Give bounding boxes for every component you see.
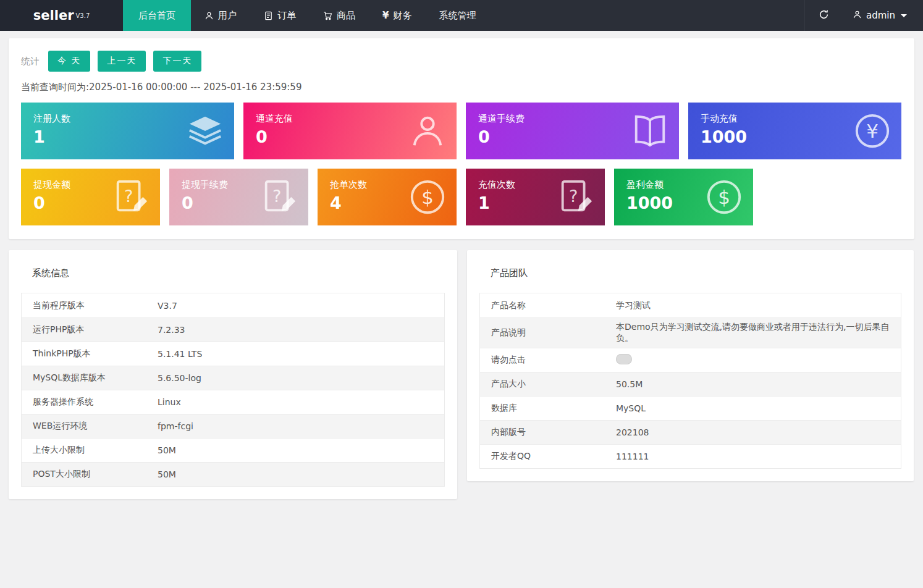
bottom-panels: 系统信息 当前程序版本 V3.7 运行PHP版本 7.2.33 ThinkPHP…: [9, 250, 914, 499]
nav-item-home[interactable]: 后台首页: [123, 0, 191, 31]
username: admin: [866, 10, 895, 21]
info-value: V3.7: [158, 301, 437, 311]
stat-card-profit-amount: 盈利金额 1000 $: [614, 169, 753, 225]
brand-version: V3.7: [76, 12, 90, 19]
nav-item-system[interactable]: 系统管理: [425, 0, 489, 31]
svg-text:?: ?: [124, 187, 133, 206]
yen-icon: ¥: [382, 10, 389, 21]
info-label: 产品名称: [491, 300, 616, 311]
svg-text:$: $: [421, 186, 434, 208]
table-row: MySQL数据库版本 5.6.50-log: [22, 366, 444, 390]
refresh-button[interactable]: [804, 0, 843, 31]
dollar-circle-icon: $: [408, 178, 447, 216]
table-row: 内部版号 202108: [480, 420, 901, 444]
info-value: 7.2.33: [158, 325, 437, 335]
nav-item-label: 商品: [337, 10, 355, 22]
stat-card-channel-fee: 通道手续费 0: [466, 103, 679, 159]
info-value: 111111: [616, 452, 893, 461]
main-nav: 后台首页 用户 订单 商品 ¥ 财务 系统管理: [123, 0, 489, 31]
nav-item-finance[interactable]: ¥ 财务: [369, 0, 425, 31]
nav-item-label: 财务: [393, 10, 411, 22]
stat-card-manual-recharge: 手动充值 1000 ¥: [688, 103, 901, 159]
info-label: 数据库: [491, 403, 616, 414]
doc-question-icon: ?: [557, 178, 595, 216]
svg-text:?: ?: [569, 187, 578, 206]
stat-cards-row-1: 注册人数 1 通道充值 0 通道手续费 0 手动充值 1000 ¥: [21, 103, 902, 159]
svg-text:?: ?: [272, 187, 281, 206]
info-label: 开发者QQ: [491, 451, 616, 462]
table-row: WEB运行环境 fpm-fcgi: [22, 414, 444, 438]
info-label: 当前程序版本: [33, 300, 158, 311]
table-row: 请勿点击: [480, 348, 901, 372]
chevron-down-icon: [901, 14, 907, 17]
info-value: 202108: [616, 427, 893, 437]
stat-card-grab-orders: 抢单次数 4 $: [318, 169, 457, 225]
stats-header: 统计 今 天 上一天 下一天: [21, 51, 902, 72]
svg-text:¥: ¥: [866, 120, 879, 142]
info-value: 50.5M: [616, 379, 893, 389]
system-info-panel: 系统信息 当前程序版本 V3.7 运行PHP版本 7.2.33 ThinkPHP…: [9, 250, 457, 499]
nav-item-label: 订单: [277, 10, 296, 22]
table-row: ThinkPHP版本 5.1.41 LTS: [22, 342, 444, 366]
info-label: 产品说明: [491, 327, 616, 338]
stats-panel: 统计 今 天 上一天 下一天 当前查询时间为:2025-01-16 00:00:…: [9, 38, 914, 239]
stat-card-withdraw-amount: 提现金额 0 ?: [21, 169, 160, 225]
nav-item-label: 用户: [218, 10, 237, 22]
nav-item-label: 后台首页: [138, 10, 175, 22]
layers-icon: [186, 112, 224, 150]
nav-item-users[interactable]: 用户: [191, 0, 250, 31]
info-value: 5.6.50-log: [158, 373, 437, 383]
system-info-table: 当前程序版本 V3.7 运行PHP版本 7.2.33 ThinkPHP版本 5.…: [21, 293, 445, 487]
info-label: WEB运行环境: [33, 421, 158, 432]
nav-item-goods[interactable]: 商品: [310, 0, 369, 31]
nav-spacer: [489, 0, 804, 31]
table-row: 运行PHP版本 7.2.33: [22, 317, 444, 342]
info-value: 本Demo只为学习测试交流,请勿要做商业或者用于违法行为,一切后果自负。: [616, 322, 893, 344]
table-row: 开发者QQ 111111: [480, 444, 901, 468]
info-value: 50M: [158, 469, 437, 479]
system-info-title: 系统信息: [32, 267, 445, 279]
refresh-icon: [819, 9, 829, 22]
nav-right-controls: admin: [804, 0, 923, 31]
stat-card-recharge-count: 充值次数 1 ?: [466, 169, 605, 225]
info-label: 运行PHP版本: [33, 324, 158, 335]
order-icon: [264, 11, 273, 20]
table-row: 当前程序版本 V3.7: [22, 293, 444, 317]
info-label: 内部版号: [491, 427, 616, 438]
person-icon: [853, 10, 862, 22]
info-value: [616, 354, 893, 366]
table-row: 产品大小 50.5M: [480, 372, 901, 396]
brand-logo[interactable]: seller V3.7: [0, 0, 123, 31]
table-row: 产品说明 本Demo只为学习测试交流,请勿要做商业或者用于违法行为,一切后果自负…: [480, 317, 901, 348]
table-row: POST大小限制 50M: [22, 462, 444, 486]
stat-card-channel-recharge: 通道充值 0: [243, 103, 457, 159]
do-not-click-badge[interactable]: [616, 354, 632, 364]
info-value: 5.1.41 LTS: [158, 349, 437, 359]
info-value: 学习测试: [616, 300, 893, 311]
top-navbar: seller V3.7 后台首页 用户 订单 商品 ¥ 财务 系统管理: [0, 0, 923, 31]
yen-circle-icon: ¥: [853, 112, 891, 150]
info-value: fpm-fcgi: [158, 421, 437, 431]
person-icon: [408, 112, 447, 150]
info-label: MySQL数据库版本: [33, 372, 158, 384]
table-row: 数据库 MySQL: [480, 396, 901, 420]
info-label: POST大小限制: [33, 469, 158, 480]
info-value: Linux: [158, 397, 437, 407]
next-day-button[interactable]: 下一天: [153, 51, 201, 72]
info-label: 上传大小限制: [33, 445, 158, 456]
product-team-table: 产品名称 学习测试 产品说明 本Demo只为学习测试交流,请勿要做商业或者用于违…: [479, 293, 901, 469]
doc-question-icon: ?: [112, 178, 150, 216]
info-value: MySQL: [616, 403, 893, 413]
stat-cards-row-2: 提现金额 0 ? 提现手续费 0 ? 抢单次数 4 $ 充值次数 1 ?: [21, 169, 902, 225]
info-label: 产品大小: [491, 379, 616, 390]
info-label: ThinkPHP版本: [33, 348, 158, 359]
stats-label: 统计: [21, 56, 40, 67]
user-menu[interactable]: admin: [843, 0, 923, 31]
prev-day-button[interactable]: 上一天: [98, 51, 146, 72]
today-button[interactable]: 今 天: [48, 51, 90, 72]
info-value: 50M: [158, 445, 437, 455]
svg-text:$: $: [718, 186, 730, 208]
nav-item-orders[interactable]: 订单: [250, 0, 310, 31]
brand-name: seller: [33, 8, 74, 23]
nav-item-label: 系统管理: [439, 10, 476, 22]
